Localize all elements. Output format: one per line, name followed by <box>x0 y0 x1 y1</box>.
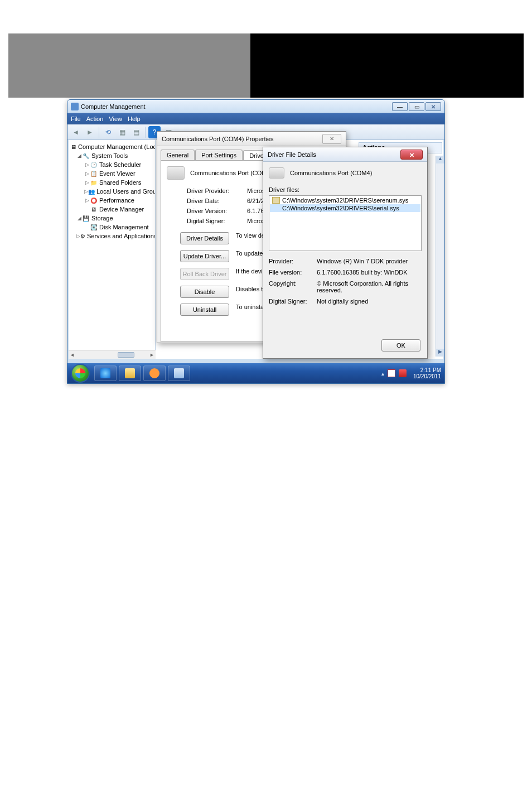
tray-flag-icon[interactable] <box>388 369 395 377</box>
computer-management-window: Computer Management — ▭ ✕ File Action Vi… <box>67 99 445 384</box>
menu-help[interactable]: Help <box>128 115 141 122</box>
dfd-device-icon <box>269 167 284 179</box>
nav-tree[interactable]: 🖥Computer Management (Loc ◢🔧System Tools… <box>69 140 156 359</box>
scroll-up-button[interactable]: ▲ <box>436 156 444 163</box>
uninstall-button[interactable]: Uninstall <box>180 304 229 316</box>
driver-files-label: Driver files: <box>269 186 422 193</box>
tree-local-users[interactable]: ▷👥Local Users and Group <box>69 187 155 196</box>
driver-file-item[interactable]: C:\Windows\system32\DRIVERS\serenum.sys <box>270 196 420 204</box>
label-provider: Provider: <box>269 258 312 264</box>
app-icon <box>71 103 79 110</box>
properties-close-button[interactable]: ✕ <box>322 134 341 144</box>
window-title: Computer Management <box>81 103 146 110</box>
value-dfd-signer: Not digitally signed <box>317 298 422 305</box>
tree-task-scheduler[interactable]: ▷🕑Task Scheduler <box>69 160 155 169</box>
system-tray[interactable]: ▴ 2:11 PM 10/20/2011 <box>381 367 441 380</box>
label-driver-date: Driver Date: <box>187 198 243 204</box>
value-copyright: © Microsoft Corporation. All rights rese… <box>317 280 422 293</box>
disable-button[interactable]: Disable <box>180 286 229 298</box>
tree-storage[interactable]: ◢💾Storage <box>69 214 155 223</box>
rollback-driver-button: Roll Back Driver <box>180 268 229 280</box>
update-driver-button[interactable]: Update Driver... <box>180 250 229 262</box>
menubar: File Action View Help <box>67 113 444 124</box>
tree-disk-management[interactable]: 💽Disk Management <box>69 223 155 232</box>
show-hide-tree-button[interactable]: ▦ <box>116 126 128 138</box>
ie-icon <box>100 368 110 378</box>
tab-port-settings[interactable]: Port Settings <box>195 150 243 160</box>
label-driver-provider: Driver Provider: <box>187 187 243 194</box>
tree-h-scrollbar[interactable]: ◄► <box>69 350 156 359</box>
dfd-ok-button[interactable]: OK <box>381 339 420 352</box>
header-right <box>250 33 524 98</box>
minimize-button[interactable]: — <box>392 102 408 111</box>
driver-file-item[interactable]: C:\Windows\system32\DRIVERS\serial.sys <box>270 204 420 212</box>
tree-system-tools[interactable]: ◢🔧System Tools <box>69 151 155 160</box>
properties-titlebar[interactable]: Communications Port (COM4) Properties ✕ <box>157 132 346 146</box>
start-button[interactable] <box>71 364 90 383</box>
taskbar-computer-management[interactable] <box>168 365 190 381</box>
taskbar[interactable]: ▴ 2:11 PM 10/20/2011 <box>67 363 444 383</box>
menu-file[interactable]: File <box>71 115 81 122</box>
label-dfd-signer: Digital Signer: <box>269 298 312 305</box>
device-icon <box>167 166 185 180</box>
tab-general[interactable]: General <box>161 150 195 160</box>
tree-performance[interactable]: ▷⭕Performance <box>69 196 155 205</box>
value-file-version: 6.1.7600.16385 built by: WinDDK <box>317 269 422 276</box>
actions-v-scrollbar[interactable]: ▲ ▶ <box>436 156 444 357</box>
media-player-icon <box>149 368 159 378</box>
tree-root[interactable]: 🖥Computer Management (Loc <box>69 142 155 151</box>
label-file-version: File version: <box>269 269 312 276</box>
clock-date: 10/20/2011 <box>413 373 441 380</box>
folder-icon <box>125 368 135 378</box>
tree-services[interactable]: ▷⚙Services and Applications <box>69 232 155 240</box>
up-button[interactable]: ⟲ <box>102 126 114 138</box>
scroll-down-button[interactable]: ▶ <box>436 349 444 357</box>
maximize-button[interactable]: ▭ <box>409 102 424 111</box>
page-header <box>8 33 524 98</box>
label-driver-version: Driver Version: <box>187 208 243 214</box>
taskbar-explorer[interactable] <box>119 365 141 381</box>
file-icon <box>272 197 280 204</box>
label-copyright: Copyright: <box>269 280 312 293</box>
value-provider: Windows (R) Win 7 DDK provider <box>317 258 422 264</box>
menu-action[interactable]: Action <box>86 115 104 122</box>
dfd-device-name: Communications Port (COM4) <box>290 170 372 176</box>
taskbar-media-player[interactable] <box>143 365 166 381</box>
tree-event-viewer[interactable]: ▷📋Event Viewer <box>69 169 155 178</box>
forward-button[interactable]: ► <box>84 126 96 138</box>
taskbar-clock[interactable]: 2:11 PM 10/20/2011 <box>413 367 441 380</box>
export-button[interactable]: ▤ <box>130 126 142 138</box>
mmc-icon <box>174 368 184 378</box>
menu-view[interactable]: View <box>109 115 122 122</box>
close-button[interactable]: ✕ <box>425 102 441 111</box>
dfd-close-button[interactable]: ✕ <box>400 150 423 160</box>
titlebar[interactable]: Computer Management — ▭ ✕ <box>67 100 444 113</box>
clock-time: 2:11 PM <box>413 367 441 374</box>
dfd-title: Driver File Details <box>268 151 316 158</box>
label-digital-signer: Digital Signer: <box>187 218 243 224</box>
driver-file-details-dialog: Driver File Details ✕ Communications Por… <box>263 147 428 359</box>
tray-volume-icon[interactable] <box>399 369 407 377</box>
tray-expand-icon[interactable]: ▴ <box>381 370 384 377</box>
driver-files-listbox[interactable]: C:\Windows\system32\DRIVERS\serenum.sys … <box>269 195 422 251</box>
tree-device-manager[interactable]: 🖥Device Manager <box>69 205 155 214</box>
device-name: Communications Port (COM4) <box>190 170 272 176</box>
tree-shared-folders[interactable]: ▷📁Shared Folders <box>69 178 155 187</box>
properties-title: Communications Port (COM4) Properties <box>162 136 274 142</box>
header-left <box>8 33 250 98</box>
dfd-titlebar[interactable]: Driver File Details ✕ <box>263 147 427 162</box>
driver-details-button[interactable]: Driver Details <box>180 232 229 244</box>
taskbar-ie[interactable] <box>94 365 117 381</box>
back-button[interactable]: ◄ <box>70 126 82 138</box>
